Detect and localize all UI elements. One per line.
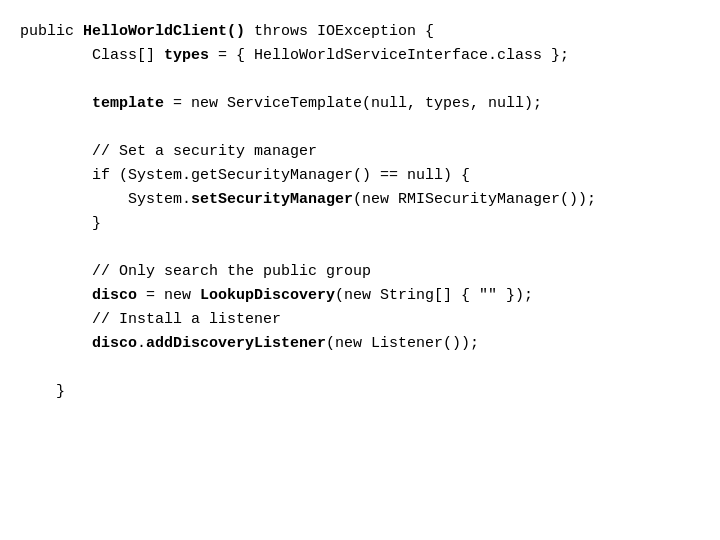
code-token: disco — [92, 287, 137, 304]
code-token: template — [92, 95, 164, 112]
code-line — [20, 356, 700, 380]
code-line — [20, 116, 700, 140]
code-token — [20, 287, 92, 304]
code-token: // Install a listener — [20, 311, 281, 328]
code-line: disco = new LookupDiscovery(new String[]… — [20, 284, 700, 308]
code-line: Class[] types = { HelloWorldServiceInter… — [20, 44, 700, 68]
code-token: setSecurityManager — [191, 191, 353, 208]
code-token: HelloWorldClient() — [83, 23, 245, 40]
code-token: } — [20, 215, 101, 232]
code-token: the — [227, 263, 254, 280]
code-token: types — [164, 47, 209, 64]
code-token: throws IOException { — [245, 23, 434, 40]
code-token: Class[] — [20, 47, 164, 64]
code-token: = new ServiceTemplate(null, types, null)… — [164, 95, 542, 112]
code-token: public — [20, 23, 83, 40]
code-line: // Only search the public group — [20, 260, 700, 284]
code-token: System. — [20, 191, 191, 208]
code-line: // Set a security manager — [20, 140, 700, 164]
code-line: if (System.getSecurityManager() == null)… — [20, 164, 700, 188]
code-token: public group — [254, 263, 371, 280]
code-token: = { HelloWorldServiceInterface.class }; — [209, 47, 569, 64]
code-line: System.setSecurityManager(new RMISecurit… — [20, 188, 700, 212]
code-line — [20, 68, 700, 92]
code-token: // Set a security manager — [20, 143, 317, 160]
code-token: addDiscoveryListener — [146, 335, 326, 352]
code-token: } — [20, 383, 65, 400]
code-token — [20, 95, 92, 112]
code-line: public HelloWorldClient() throws IOExcep… — [20, 20, 700, 44]
code-line: disco.addDiscoveryListener(new Listener(… — [20, 332, 700, 356]
code-line — [20, 236, 700, 260]
code-block: public HelloWorldClient() throws IOExcep… — [20, 20, 700, 404]
code-token — [20, 335, 92, 352]
code-line: } — [20, 212, 700, 236]
code-token: // Only search — [20, 263, 227, 280]
code-line: template = new ServiceTemplate(null, typ… — [20, 92, 700, 116]
code-line: // Install a listener — [20, 308, 700, 332]
code-token: disco — [92, 335, 137, 352]
code-line: } — [20, 380, 700, 404]
code-token: = new — [137, 287, 200, 304]
code-token: (new Listener()); — [326, 335, 479, 352]
code-token: (new RMISecurityManager()); — [353, 191, 596, 208]
code-token: if (System.getSecurityManager() == null)… — [20, 167, 470, 184]
code-token: LookupDiscovery — [200, 287, 335, 304]
code-token: . — [137, 335, 146, 352]
code-token: (new String[] { "" }); — [335, 287, 533, 304]
